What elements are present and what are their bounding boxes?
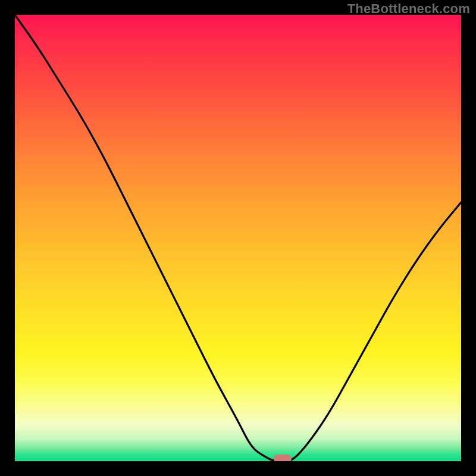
watermark-text: TheBottleneck.com (347, 1, 470, 17)
optimum-marker (274, 455, 292, 461)
chart-frame: TheBottleneck.com (0, 0, 476, 476)
bottleneck-curve (15, 15, 461, 461)
curve-path (15, 15, 461, 461)
plot-area (15, 15, 461, 461)
